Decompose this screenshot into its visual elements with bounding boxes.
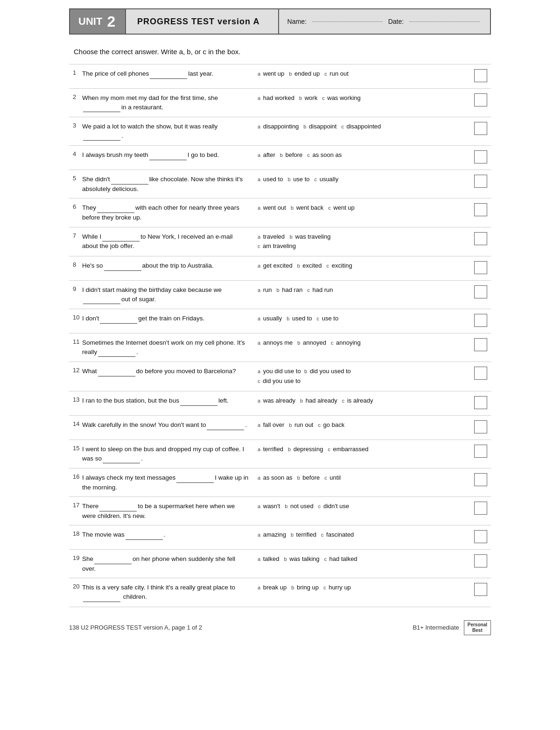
answer-box-cell <box>470 256 491 281</box>
answer-box[interactable] <box>474 473 487 486</box>
answer-box-cell <box>470 170 491 198</box>
question-text: He's so about the trip to Australia. <box>82 256 255 281</box>
question-text: I ran to the bus station, but the bus le… <box>82 391 255 415</box>
option-item: a amazing <box>258 530 286 540</box>
question-options: a used tob use toc usually <box>255 170 470 198</box>
question-number: 13 <box>69 391 82 415</box>
question-number: 6 <box>69 198 82 227</box>
option-item: c usually <box>315 175 339 184</box>
question-text: The movie was . <box>82 525 255 550</box>
answer-box[interactable] <box>474 502 487 515</box>
personal-best-badge: Personal Best <box>464 620 491 635</box>
option-item: c fascinated <box>321 530 354 540</box>
answer-box[interactable] <box>474 122 487 135</box>
answer-box-cell <box>470 281 491 309</box>
option-item: a used to <box>258 175 283 184</box>
answer-box[interactable] <box>474 554 487 567</box>
answer-box[interactable] <box>474 175 487 188</box>
question-options: a annoys meb annoyedc annoying <box>255 333 470 362</box>
table-row: 8He's so about the trip to Australia.a g… <box>69 256 491 281</box>
option-item: b before <box>280 150 303 160</box>
question-number: 16 <box>69 468 82 497</box>
table-row: 15I went to sleep on the bus and dropped… <box>69 439 491 468</box>
question-number: 5 <box>69 170 82 198</box>
option-item: c had run <box>307 285 333 295</box>
option-item: c is already <box>342 396 373 406</box>
option-item: b annoyed <box>297 338 326 348</box>
table-row: 13I ran to the bus station, but the bus … <box>69 391 491 415</box>
option-item: a as soon as <box>258 473 293 483</box>
option-item: a break up <box>258 583 287 593</box>
question-options: a wasn'tb not usedc didn't use <box>255 497 470 525</box>
question-number: 19 <box>69 550 82 578</box>
option-item: b terrified <box>291 530 316 540</box>
question-options: a you did use to b did you used toc did … <box>255 362 470 391</box>
answer-box-cell <box>470 439 491 468</box>
level-label: B1+ Intermediate <box>413 624 459 631</box>
answer-box[interactable] <box>474 420 487 433</box>
question-text: While I to New York, I received an e-mai… <box>82 227 255 256</box>
option-item: b went back <box>291 203 323 213</box>
table-row: 10I don't get the train on Fridays.a usu… <box>69 309 491 333</box>
answer-box[interactable] <box>474 203 487 216</box>
answer-box[interactable] <box>474 396 487 409</box>
option-item: c exciting <box>327 261 352 271</box>
question-options: a usuallyb used toc use to <box>255 309 470 333</box>
answer-box-cell <box>470 550 491 578</box>
question-number: 8 <box>69 256 82 281</box>
answer-box-cell <box>470 415 491 439</box>
question-number: 11 <box>69 333 82 362</box>
table-row: 9I didn't start making the birthday cake… <box>69 281 491 309</box>
answer-box[interactable] <box>474 445 487 458</box>
question-options: a had workedb workc was working <box>255 89 470 117</box>
date-label: Date: <box>388 18 404 25</box>
question-number: 17 <box>69 497 82 525</box>
question-options: a fall overb run outc go back <box>255 415 470 439</box>
instructions: Choose the correct answer. Write a, b, o… <box>74 48 486 56</box>
answer-box-cell <box>470 468 491 497</box>
option-item: c hurry up <box>323 583 351 593</box>
table-row: 6They with each other for nearly three y… <box>69 198 491 227</box>
answer-box[interactable] <box>474 232 487 245</box>
footer-right: B1+ Intermediate Personal Best <box>413 620 491 635</box>
answer-box[interactable] <box>474 93 487 106</box>
option-item: a talked <box>258 554 279 564</box>
option-item: a get excited <box>258 261 293 271</box>
answer-box[interactable] <box>474 338 487 351</box>
question-number: 14 <box>69 415 82 439</box>
question-number: 10 <box>69 309 82 333</box>
table-row: 11Sometimes the Internet doesn't work on… <box>69 333 491 362</box>
answer-box[interactable] <box>474 583 487 596</box>
question-number: 4 <box>69 146 82 170</box>
answer-box[interactable] <box>474 261 487 274</box>
question-text: They with each other for nearly three ye… <box>82 198 255 227</box>
answer-box[interactable] <box>474 150 487 163</box>
option-item: b bring up <box>291 583 319 593</box>
question-options: a traveled b was travelingc am traveling <box>255 227 470 256</box>
option-item: a had worked <box>258 93 294 103</box>
answer-box[interactable] <box>474 314 487 327</box>
answer-box[interactable] <box>474 69 487 82</box>
question-number: 20 <box>69 578 82 607</box>
question-options: a went upb ended upc run out <box>255 64 470 89</box>
question-options: a break upb bring upc hurry up <box>255 578 470 607</box>
option-item: c was working <box>322 93 361 103</box>
question-options: a amazingb terrifiedc fascinated <box>255 525 470 550</box>
answer-box-cell <box>470 117 491 146</box>
option-item: a disappointing <box>258 122 299 132</box>
answer-box[interactable] <box>474 367 487 380</box>
question-text: There to be a supermarket here when we w… <box>82 497 255 525</box>
question-number: 3 <box>69 117 82 146</box>
name-label: Name: <box>287 18 307 25</box>
question-text: When my mom met my dad for the first tim… <box>82 89 255 117</box>
option-item: b ended up <box>289 69 320 79</box>
answer-box[interactable] <box>474 530 487 543</box>
question-text: She didn't like chocolate. Now she think… <box>82 170 255 198</box>
question-number: 1 <box>69 64 82 89</box>
option-item: a was already <box>258 396 295 406</box>
question-options: a talkedb was talkingc had talked <box>255 550 470 578</box>
answer-box[interactable] <box>474 285 487 298</box>
answer-box-cell <box>470 146 491 170</box>
answer-box-cell <box>470 333 491 362</box>
table-row: 19She on her phone when suddenly she fel… <box>69 550 491 578</box>
